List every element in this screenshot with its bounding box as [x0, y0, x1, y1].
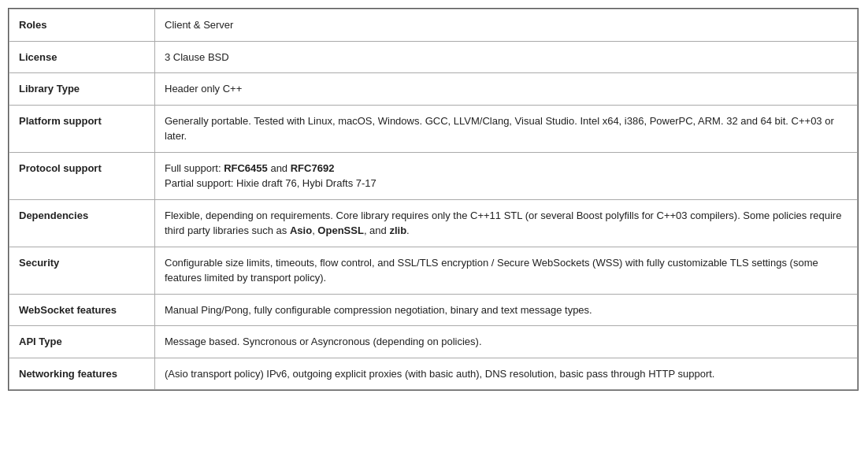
- feature-table: RolesClient & ServerLicense3 Clause BSDL…: [8, 8, 859, 391]
- table-row: RolesClient & Server: [9, 9, 858, 42]
- row-label: Library Type: [9, 73, 155, 106]
- table-row: API TypeMessage based. Syncronous or Asy…: [9, 326, 858, 358]
- row-value: Header only C++: [155, 73, 858, 106]
- row-label: WebSocket features: [9, 294, 155, 326]
- table-row: License3 Clause BSD: [9, 41, 858, 73]
- row-label: Dependencies: [9, 199, 155, 247]
- row-value: Generally portable. Tested with Linux, m…: [155, 105, 858, 152]
- table-row: Protocol supportFull support: RFC6455 an…: [9, 152, 858, 199]
- row-value: (Asio transport policy) IPv6, outgoing e…: [155, 358, 858, 390]
- row-label: Protocol support: [9, 152, 155, 199]
- row-value: Manual Ping/Pong, fully configurable com…: [155, 294, 858, 326]
- table-row: Library TypeHeader only C++: [9, 73, 858, 106]
- row-value: 3 Clause BSD: [155, 41, 858, 73]
- table-row: SecurityConfigurable size limits, timeou…: [9, 247, 858, 294]
- row-value: Configurable size limits, timeouts, flow…: [155, 247, 858, 294]
- row-value: Client & Server: [155, 9, 858, 42]
- row-value: Full support: RFC6455 and RFC7692Partial…: [155, 152, 858, 199]
- table-row: Networking features(Asio transport polic…: [9, 358, 858, 390]
- row-label: Networking features: [9, 358, 155, 390]
- row-value: Message based. Syncronous or Asyncronous…: [155, 326, 858, 358]
- table-row: Platform supportGenerally portable. Test…: [9, 105, 858, 152]
- row-label: API Type: [9, 326, 155, 358]
- row-label: Platform support: [9, 105, 155, 152]
- table-row: DependenciesFlexible, depending on requi…: [9, 199, 858, 247]
- row-label: Roles: [9, 9, 155, 42]
- row-label: License: [9, 41, 155, 73]
- table-row: WebSocket featuresManual Ping/Pong, full…: [9, 294, 858, 326]
- row-value: Flexible, depending on requirements. Cor…: [155, 199, 858, 247]
- row-label: Security: [9, 247, 155, 294]
